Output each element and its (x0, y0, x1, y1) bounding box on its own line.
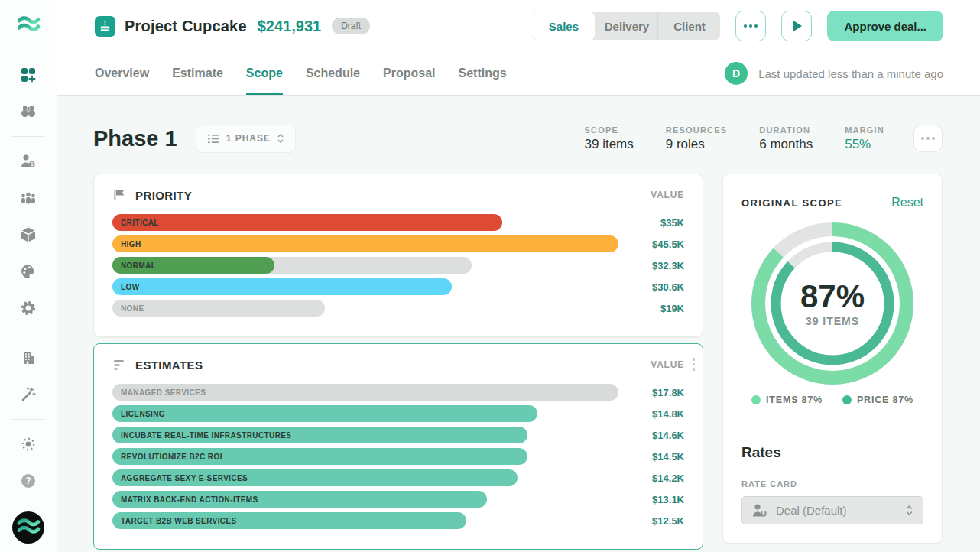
people-group-icon (20, 190, 37, 206)
phase-stat: RESOURCES 9 roles (666, 125, 727, 152)
bar-fill: NONE (112, 300, 325, 317)
bar-label: NORMAL (112, 261, 156, 270)
main-area: Project Cupcake $241,931 Draft Sales Del… (57, 0, 980, 552)
estimate-bar-row[interactable]: INCUBATE REAL-TIME INFRASTRUCTURES $14.6… (112, 427, 684, 443)
list-icon (207, 132, 220, 145)
status-badge: Draft (332, 18, 370, 34)
bar-value: $14.8K (623, 408, 684, 420)
phase-header: Phase 1 1 PHASE SCOPE 39 items (93, 119, 943, 158)
tab[interactable]: Estimate (172, 52, 223, 95)
rates-title: Rates (741, 444, 923, 461)
chevron-updown-icon (277, 132, 284, 144)
rows-icon (112, 358, 126, 372)
binoculars-icon (20, 103, 37, 120)
priority-bar-row[interactable]: CRITICAL $35K (112, 214, 684, 231)
sidebar-item[interactable] (13, 339, 44, 376)
bar-label: REVOLUTIONIZE B2C ROI (112, 453, 222, 461)
priority-bar-row[interactable]: NORMAL $32.3K (112, 257, 684, 274)
phase-title: Phase 1 (93, 126, 177, 151)
cube-icon (20, 226, 37, 243)
content: Phase 1 1 PHASE SCOPE 39 items (57, 96, 980, 552)
sidebar-item[interactable] (13, 216, 44, 253)
estimate-bar-row[interactable]: LICENSING $14.8K (112, 405, 684, 422)
tab[interactable]: Proposal (383, 52, 435, 95)
sidebar-item[interactable] (13, 57, 44, 93)
grid-plus-icon (20, 67, 37, 83)
value-column-header: VALUE (651, 359, 684, 370)
gear-icon (20, 300, 37, 317)
svg-text:?: ? (25, 476, 31, 486)
bar-label: NONE (112, 304, 144, 313)
sidebar-item[interactable]: $ (13, 143, 44, 180)
bar-label: TARGET B2B WEB SERVICES (112, 517, 237, 525)
sun-icon (20, 436, 37, 453)
palette-icon (20, 263, 37, 280)
brand-waves-icon (15, 13, 41, 37)
question-icon: ? (20, 472, 37, 489)
bar-value: $17.8K (623, 387, 684, 398)
approve-deal-button[interactable]: Approve deal... (827, 11, 943, 41)
donut-items-count: 39 ITEMS (800, 315, 865, 327)
sidebar-item[interactable]: ? (13, 463, 44, 499)
bar-value: $14.6K (623, 430, 684, 441)
sidebar-item[interactable] (11, 333, 45, 333)
kebab-icon[interactable] (693, 358, 696, 371)
phase-stat: SCOPE 39 items (585, 125, 634, 152)
bar-fill: NORMAL (112, 257, 274, 274)
bar-fill: CRITICAL (112, 214, 502, 231)
priority-bar-row[interactable]: LOW $30.6K (112, 278, 684, 295)
sidebar-item[interactable] (13, 426, 44, 463)
bar-value: $14.5K (623, 451, 684, 463)
sidebar-item[interactable] (11, 136, 45, 137)
priority-bar-row[interactable]: NONE $19K (112, 300, 684, 317)
sidebar-item[interactable] (13, 180, 44, 216)
sidebar-item[interactable] (13, 290, 44, 326)
tab[interactable]: Settings (458, 52, 506, 95)
tab[interactable]: Scope (246, 52, 283, 95)
brand-waves-icon (15, 515, 41, 540)
sidebar-item[interactable] (13, 253, 44, 290)
bar-fill: LICENSING (112, 405, 537, 422)
priority-bar-row[interactable]: HIGH $45.5K (112, 235, 684, 252)
tab[interactable]: Schedule (306, 52, 360, 95)
scope-donut-chart: 87% 39 ITEMS (751, 217, 913, 390)
estimate-bar-row[interactable]: TARGET B2B WEB SERVICES $12.5K (112, 512, 684, 529)
bar-fill: INCUBATE REAL-TIME INFRASTRUCTURES (112, 427, 527, 443)
tab[interactable]: Overview (95, 52, 149, 95)
estimate-bar-row[interactable]: MATRIX BACK-END ACTION-ITEMS $13.1K (112, 491, 684, 508)
bar-label: LOW (112, 283, 140, 291)
estimate-bar-row[interactable]: REVOLUTIONIZE B2C ROI $14.5K (112, 448, 684, 465)
bar-value: $35K (623, 217, 684, 229)
rate-card-select[interactable]: $ Deal (Default) (741, 496, 923, 524)
phase-selector[interactable]: 1 PHASE (196, 125, 296, 153)
sidebar-item[interactable] (11, 419, 45, 420)
estimate-bar-row[interactable]: AGGREGATE SEXY E-SERVICES $14.2K (112, 469, 684, 486)
sidebar-item[interactable] (13, 93, 44, 130)
rate-card-value: Deal (Default) (776, 504, 847, 517)
sidebar-item[interactable] (13, 376, 44, 413)
bar-label: MATRIX BACK-END ACTION-ITEMS (112, 495, 258, 504)
phase-stat: DURATION 6 months (759, 125, 813, 152)
bar-value: $30.6K (623, 281, 684, 293)
phase-stat: MARGIN 55% (845, 125, 884, 152)
view-switcher-button[interactable]: Sales (532, 12, 595, 40)
donut-percent: 87% (800, 280, 865, 313)
magic-wand-icon (20, 386, 37, 403)
tab-bar: Overview Estimate Scope Schedule Proposa… (95, 52, 507, 95)
play-button[interactable] (781, 11, 812, 41)
phase-stats: SCOPE 39 items RESOURCES 9 roles DURATIO… (585, 125, 884, 152)
view-switcher-button[interactable]: Client (657, 12, 720, 40)
avatar[interactable]: D (725, 62, 748, 85)
more-actions-button[interactable] (735, 11, 766, 41)
brand-logo[interactable] (0, 0, 57, 50)
view-switcher-button[interactable]: Delivery (595, 12, 657, 40)
estimate-bar-row[interactable]: MANAGED SERVICES $17.8K (112, 384, 684, 401)
legend-dot (751, 395, 761, 404)
estimates-card: ESTIMATES VALUE MANAGED SERVICES (93, 343, 703, 550)
reset-link[interactable]: Reset (891, 196, 923, 209)
brand-badge[interactable] (12, 511, 44, 544)
bar-value: $19K (623, 303, 684, 314)
estimates-bars: MANAGED SERVICES $17.8K (112, 384, 684, 529)
original-scope-card: ORIGINAL SCOPE Reset (722, 174, 943, 544)
phase-more-button[interactable] (913, 125, 943, 152)
